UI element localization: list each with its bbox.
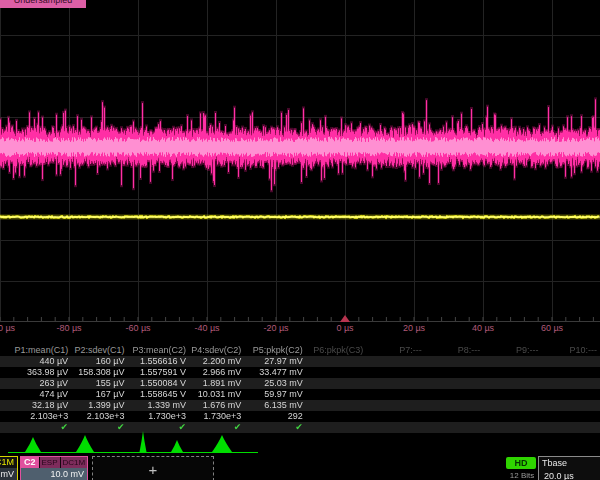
time-axis-tick-label: -60 µs xyxy=(125,323,150,333)
measure-value-cell: 2.103e+3 xyxy=(71,411,127,422)
measure-value-cell xyxy=(306,400,367,411)
measure-value-cell xyxy=(366,389,424,400)
measure-value-cell: 1.556616 V xyxy=(127,356,189,367)
measure-column-header[interactable]: P1:mean(C1) xyxy=(0,345,71,356)
measure-value-cell: 167 µV xyxy=(71,389,127,400)
c1-coupling-label: DC1M xyxy=(0,457,17,468)
measure-value-cell: 440 µV xyxy=(0,356,71,367)
timebase-value: 20.0 µs xyxy=(539,470,600,480)
measure-value-cell xyxy=(425,378,483,389)
time-axis-tick-label: 60 µs xyxy=(541,323,563,333)
measure-value-cell: 1.891 mV xyxy=(189,378,244,389)
measure-column-header[interactable]: P8:--- xyxy=(425,345,483,356)
measure-value-cell xyxy=(306,389,367,400)
measure-value-cell xyxy=(425,411,483,422)
measure-value-cell xyxy=(306,411,367,422)
measure-value-cell: 2.200 mV xyxy=(189,356,244,367)
measure-value-cell xyxy=(306,367,367,378)
measure-value-cell xyxy=(542,367,600,378)
measure-value-cell xyxy=(542,389,600,400)
measure-value-cell: 27.97 mV xyxy=(244,356,306,367)
measure-value-cell xyxy=(542,378,600,389)
measure-value-cell: 363.98 µV xyxy=(0,367,71,378)
c1-vertical-scale: 0 mV xyxy=(0,468,17,480)
measure-value-cell: 1.730e+3 xyxy=(127,411,189,422)
time-axis-tick-label: -20 µs xyxy=(263,323,288,333)
measure-column-header[interactable]: P10:--- xyxy=(542,345,600,356)
measure-value-cell xyxy=(483,400,541,411)
measure-value-cell xyxy=(483,367,541,378)
measure-column-header[interactable]: P2:sdev(C1) xyxy=(71,345,127,356)
measure-value-cell: 292 xyxy=(244,411,306,422)
measure-column-header[interactable]: P3:mean(C2) xyxy=(127,345,189,356)
measure-value-cell xyxy=(366,400,424,411)
measure-value-cell: 1.550084 V xyxy=(127,378,189,389)
time-axis-tick-label: -40 µs xyxy=(194,323,219,333)
measure-value-cell xyxy=(366,356,424,367)
add-trace-button[interactable]: + xyxy=(92,456,214,480)
measure-value-cell xyxy=(483,356,541,367)
measure-value-cell: 6.135 mV xyxy=(244,400,306,411)
measure-value-cell xyxy=(542,400,600,411)
measure-value-cell xyxy=(425,400,483,411)
waveform-canvas xyxy=(0,0,600,322)
measure-value-cell: 155 µV xyxy=(71,378,127,389)
timebase-label: Tbase xyxy=(539,457,600,470)
measure-value-cell: 158.308 µV xyxy=(71,367,127,378)
time-axis-tick-label: 0 µs xyxy=(336,323,353,333)
measure-value-cell: 1.399 µV xyxy=(71,400,127,411)
measure-value-cell xyxy=(542,411,600,422)
descriptor-bar: DC1M 0 mV C2 ESP DC1M 10.0 mV + HD 12 Bi… xyxy=(0,455,600,480)
measure-value-cell xyxy=(306,378,367,389)
measure-value-cell: 59.97 mV xyxy=(244,389,306,400)
measure-value-cell: 1.558645 V xyxy=(127,389,189,400)
measure-value-cell: 160 µV xyxy=(71,356,127,367)
oscilloscope-screen: Undersampled -100 µs-80 µs-60 µs-40 µs-2… xyxy=(0,0,600,480)
measure-column-header[interactable]: P9:--- xyxy=(483,345,541,356)
measure-value-cell: 10.031 mV xyxy=(189,389,244,400)
measure-value-cell: 474 µV xyxy=(0,389,71,400)
measure-column-header[interactable]: P7:--- xyxy=(366,345,424,356)
trigger-position-marker[interactable] xyxy=(340,315,350,322)
c2-channel-label: C2 xyxy=(21,457,39,468)
measurement-table: P1:mean(C1)P2:sdev(C1)P3:mean(C2)P4:sdev… xyxy=(0,345,600,433)
measure-value-cell xyxy=(306,356,367,367)
measure-value-cell xyxy=(425,356,483,367)
timebase-descriptor[interactable]: Tbase 20.0 µs xyxy=(538,456,600,480)
measure-column-header[interactable]: P4:sdev(C2) xyxy=(189,345,244,356)
measure-value-cell xyxy=(483,389,541,400)
measure-value-cell: 32.18 µV xyxy=(0,400,71,411)
c2-coupling-badge: DC1M xyxy=(61,457,88,468)
measure-value-cell: 263 µV xyxy=(0,378,71,389)
undersampled-badge: Undersampled xyxy=(0,0,86,8)
measure-value-cell xyxy=(366,411,424,422)
measure-value-cell: 1.339 mV xyxy=(127,400,189,411)
measure-value-cell xyxy=(366,378,424,389)
measure-value-cell: 25.03 mV xyxy=(244,378,306,389)
measure-value-cell: 33.477 mV xyxy=(244,367,306,378)
channel-c1-descriptor[interactable]: DC1M 0 mV xyxy=(0,456,18,480)
time-axis-tick-label: -100 µs xyxy=(0,323,15,333)
measure-column-header[interactable]: P6:pkpk(C3) xyxy=(306,345,367,356)
measure-value-cell: 2.103e+3 xyxy=(0,411,71,422)
measure-value-cell xyxy=(483,378,541,389)
measure-value-cell: 1.676 mV xyxy=(189,400,244,411)
measure-column-header[interactable]: P5:pkpk(C2) xyxy=(244,345,306,356)
measure-value-cell: 2.966 mV xyxy=(189,367,244,378)
measure-value-cell: 1.730e+3 xyxy=(189,411,244,422)
measure-value-cell xyxy=(542,356,600,367)
channel-c2-descriptor[interactable]: C2 ESP DC1M 10.0 mV xyxy=(20,456,88,480)
measure-value-cell xyxy=(483,411,541,422)
waveform-grid[interactable]: Undersampled -100 µs-80 µs-60 µs-40 µs-2… xyxy=(0,0,600,335)
time-axis-tick-label: 40 µs xyxy=(472,323,494,333)
time-axis-tick-label: -80 µs xyxy=(56,323,81,333)
measure-value-cell xyxy=(366,367,424,378)
c2-vertical-scale: 10.0 mV xyxy=(21,468,87,480)
c2-esp-badge: ESP xyxy=(40,457,60,468)
hd-mode-badge: HD xyxy=(506,457,536,469)
hd-bits-label: 12 Bits xyxy=(503,471,541,480)
measure-value-cell xyxy=(425,389,483,400)
measure-value-cell: 1.557591 V xyxy=(127,367,189,378)
time-axis-tick-label: 20 µs xyxy=(403,323,425,333)
measure-value-cell xyxy=(425,367,483,378)
